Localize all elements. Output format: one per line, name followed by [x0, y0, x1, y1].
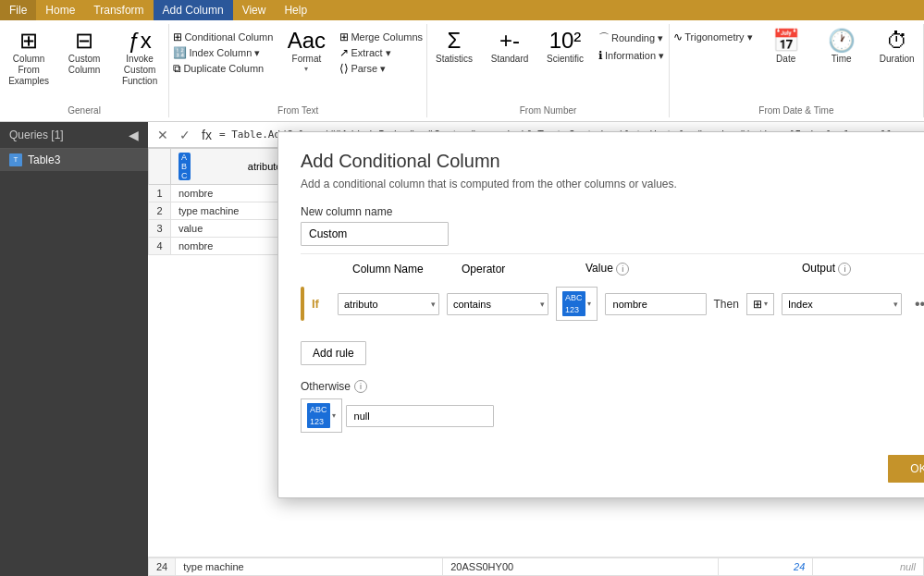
otherwise-info-icon[interactable]: i [354, 380, 367, 393]
from-text-group-label: From Text [277, 105, 318, 117]
invoke-custom-function-button[interactable]: ƒx Invoke Custom Function [114, 28, 166, 89]
extract-parse-group: ⊞ Merge Columns ↗ Extract ▾ ⟨⟩ Parse ▾ [336, 28, 426, 76]
format-icon: Aac [288, 30, 326, 52]
from-number-group-label: From Number [520, 105, 577, 117]
output-info-icon[interactable]: i [838, 263, 851, 276]
value-type-caret: ▾ [587, 300, 591, 308]
add-conditional-column-dialog: ✕ Add Conditional Column Add a condition… [277, 131, 924, 498]
invoke-custom-icon: ƒx [128, 30, 151, 52]
menu-add-column[interactable]: Add Column [154, 0, 233, 20]
scientific-icon: 10² [549, 30, 582, 52]
standard-button[interactable]: +- Standard [484, 28, 536, 67]
ribbon-group-from-text: ⊞ Conditional Column 🔢 Index Column ▾ ⧉ … [169, 24, 427, 117]
otherwise-type-caret: ▾ [332, 411, 336, 420]
value-header: Value i [585, 262, 706, 276]
bottom-row-atributo: type machine [176, 558, 443, 576]
time-button[interactable]: 🕐 Time [816, 28, 868, 67]
ribbon-from-number-buttons: Σ Statistics +- Standard 10² Scientific … [428, 24, 668, 105]
ok-button[interactable]: OK [888, 455, 924, 483]
add-rule-button[interactable]: Add rule [301, 341, 366, 365]
output-select-wrapper: Index [782, 293, 902, 315]
rounding-label: Rounding ▾ [611, 32, 663, 44]
operator-select[interactable]: contains [447, 293, 548, 315]
format-group: Aac Format ▾ [280, 28, 332, 75]
rounding-icon: ⌒ [598, 31, 610, 46]
format-caret: ▾ [304, 65, 308, 73]
menu-transform[interactable]: Transform [84, 0, 153, 20]
value-type-button[interactable]: ABC123 ▾ [556, 287, 598, 321]
output-header-label: Output [802, 262, 835, 275]
format-button[interactable]: Aac Format ▾ [280, 28, 332, 75]
new-column-name-input[interactable] [301, 222, 449, 246]
bottom-row-custom: null [813, 558, 924, 576]
sidebar-collapse-button[interactable]: ◀ [129, 128, 139, 142]
otherwise-label: Otherwise i [301, 380, 924, 393]
parse-icon: ⟨⟩ [339, 62, 349, 75]
conditional-column-button[interactable]: ⊞ Conditional Column [169, 30, 277, 44]
trigonometry-icon: ∿ [673, 31, 683, 43]
sidebar-header: Queries [1] ◀ [0, 122, 148, 149]
more-options-button[interactable]: ••• [909, 294, 924, 314]
column-from-examples-button[interactable]: ⊞ Column From Examples [3, 28, 55, 89]
custom-column-label: Custom Column [64, 54, 105, 76]
time-icon: 🕐 [828, 30, 856, 52]
value-input[interactable] [605, 293, 707, 315]
parse-label: Parse ▾ [351, 63, 386, 75]
time-label: Time [832, 54, 852, 65]
ribbon: ⊞ Column From Examples ⊟ Custom Column ƒ… [0, 20, 924, 122]
menu-home[interactable]: Home [36, 0, 84, 20]
date-button[interactable]: 📅 Date [760, 28, 812, 67]
index-column-label: Index Column ▾ [189, 47, 260, 59]
rule-accent-bar [301, 287, 304, 321]
sidebar-item-label: Table3 [28, 153, 60, 166]
format-label: Format [292, 54, 322, 65]
duration-button[interactable]: ⏱ Duration [871, 28, 923, 67]
operator-header: Operator [462, 263, 563, 276]
extract-button[interactable]: ↗ Extract ▾ [336, 45, 426, 60]
main-area: Queries [1] ◀ T Table3 ✕ ✓ fx = Table.Ad… [0, 122, 924, 576]
custom-column-button[interactable]: ⊟ Custom Column [58, 28, 110, 78]
value-info-icon[interactable]: i [616, 263, 629, 276]
scientific-button[interactable]: 10² Scientific [539, 28, 591, 67]
from-date-time-group-label: From Date & Time [758, 105, 833, 117]
bottom-row-num: 24 [149, 558, 176, 576]
output-select[interactable]: Index [782, 293, 902, 315]
conditional-column-icon: ⊞ [173, 31, 182, 43]
index-column-button[interactable]: 🔢 Index Column ▾ [169, 45, 277, 60]
extract-icon: ↗ [339, 46, 349, 59]
trigonometry-button[interactable]: ∿ Trigonometry ▾ [670, 30, 756, 44]
ribbon-from-text-buttons: ⊞ Conditional Column 🔢 Index Column ▾ ⧉ … [169, 24, 426, 105]
statistics-label: Statistics [436, 54, 473, 65]
sidebar-item-table3[interactable]: T Table3 [0, 149, 148, 171]
menu-help[interactable]: Help [275, 0, 316, 20]
parse-button[interactable]: ⟨⟩ Parse ▾ [336, 61, 426, 76]
rounding-info-group: ⌒ Rounding ▾ ℹ Information ▾ [595, 28, 668, 63]
rounding-button[interactable]: ⌒ Rounding ▾ [595, 30, 668, 47]
duplicate-column-button[interactable]: ⧉ Duplicate Column [169, 61, 277, 76]
output-type-icon: ⊞ [753, 298, 762, 311]
menu-file[interactable]: File [0, 0, 36, 20]
ribbon-group-from-number: Σ Statistics +- Standard 10² Scientific … [427, 24, 670, 117]
duration-label: Duration [880, 54, 915, 65]
statistics-button[interactable]: Σ Statistics [428, 28, 480, 67]
otherwise-value-input[interactable] [346, 405, 494, 427]
output-type-button[interactable]: ⊞ ▾ [746, 293, 774, 315]
value-type-badge: ABC123 [562, 291, 585, 316]
dialog-title: Add Conditional Column [301, 151, 924, 172]
merge-columns-button[interactable]: ⊞ Merge Columns [336, 30, 426, 44]
bottom-row-valores: 20ASS0HY00 [443, 558, 719, 576]
output-header: Output i [802, 262, 851, 276]
sidebar: Queries [1] ◀ T Table3 [0, 122, 148, 576]
if-label: If [312, 297, 330, 311]
standard-label: Standard [491, 54, 529, 65]
conditional-index-group: ⊞ Conditional Column 🔢 Index Column ▾ ⧉ … [169, 28, 277, 76]
information-button[interactable]: ℹ Information ▾ [595, 48, 668, 63]
column-name-select[interactable]: atributo [338, 293, 439, 315]
bottom-grid: 24 type machine 20ASS0HY00 24 null [148, 558, 924, 576]
column-name-select-wrapper: atributo [338, 293, 439, 315]
otherwise-section: Otherwise i ABC123 ▾ [301, 380, 924, 433]
date-label: Date [776, 54, 795, 65]
column-from-examples-label: Column From Examples [8, 54, 49, 87]
otherwise-type-button[interactable]: ABC123 ▾ [301, 398, 342, 433]
menu-view[interactable]: View [233, 0, 276, 20]
